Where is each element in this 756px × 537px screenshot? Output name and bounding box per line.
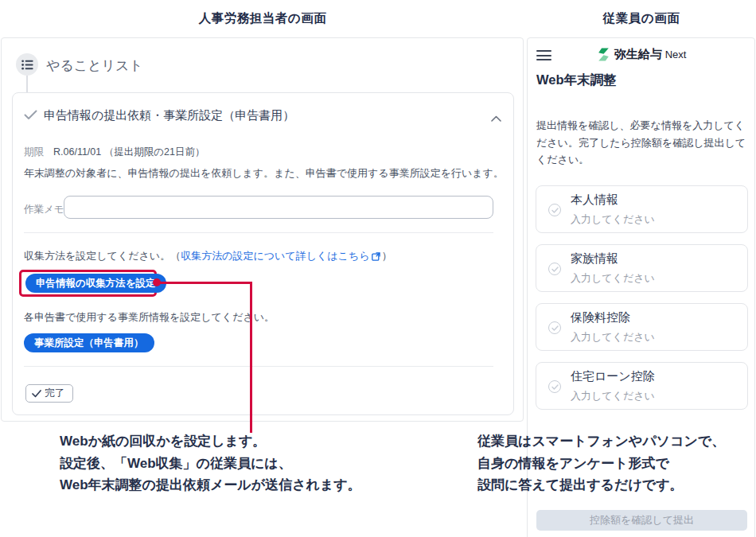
brand-logo: 弥生給与 Next (528, 47, 754, 62)
admin-annotation: Webか紙の回収かを設定します。 設定後、「Web収集」の従業員には、 Web年… (60, 430, 361, 496)
section-hokenryo-kojo[interactable]: 保険料控除 入力してください (536, 303, 748, 351)
yayoi-logo-icon (596, 47, 611, 62)
todo-list-icon (16, 53, 38, 76)
annotation-line: 従業員はスマートフォンやパソコンで、 (477, 430, 725, 453)
office-instruction: 各申告書で使用する事業所情報を設定してください。 (24, 310, 275, 325)
section-honnin-joho[interactable]: 本人情報 入力してください (536, 185, 748, 233)
section-kazoku-joho[interactable]: 家族情報 入力してください (536, 244, 748, 292)
status-check-icon (548, 204, 561, 216)
section-subtitle: 入力してください (571, 271, 655, 286)
section-title: 住宅ローン控除 (571, 369, 655, 384)
employee-description: 提出情報を確認し、必要な情報を入力してください。完了したら控除額を確認し提出して… (536, 117, 748, 169)
submit-deduction-button[interactable]: 控除額を確認して提出 (536, 510, 747, 531)
section-subtitle: 入力してください (571, 330, 655, 344)
status-check-icon (548, 321, 561, 334)
employee-panel-title: 従業員の画面 (527, 10, 756, 27)
status-check-icon (548, 263, 561, 275)
collection-text: 収集方法を設定してください。（ (24, 250, 181, 262)
task-check-icon (24, 109, 37, 123)
task-title: 申告情報の提出依頼・事業所設定（申告書用） (44, 108, 294, 123)
annotation-line: 設定後、「Web収集」の従業員には、 (60, 453, 361, 475)
task-description: 年末調整の対象者に、申告情報の提出を依頼します。また、申告書で使用する事業所設定… (24, 166, 504, 181)
section-subtitle: 入力してください (571, 389, 655, 403)
admin-panel-title: 人事労務担当者の画面 (0, 10, 525, 27)
deadline-value: R.06/11/01 （提出期限の21日前） (53, 146, 205, 159)
external-link-icon[interactable] (372, 251, 380, 263)
annotation-line: 自身の情報をアンケート形式で (477, 453, 725, 475)
section-subtitle: 入力してください (571, 212, 655, 227)
section-title: 保険料控除 (571, 310, 630, 325)
check-icon (32, 390, 41, 398)
memo-label: 作業メモ (24, 203, 64, 216)
done-button-label: 完了 (45, 387, 64, 400)
todo-list-heading: やることリスト (46, 56, 143, 75)
divider (24, 232, 493, 233)
section-jutaku-loan-kojo[interactable]: 住宅ローン控除 入力してください (536, 362, 748, 410)
annotation-line: Web年末調整の提出依頼メールが送信されます。 (60, 474, 361, 496)
deadline-label: 期限 (24, 146, 44, 159)
timeline-connector (26, 76, 28, 93)
annotation-line: 設問に答えて提出するだけです。 (477, 474, 725, 496)
collection-instruction: 収集方法を設定してください。（収集方法の設定について詳しくはこちら） (24, 249, 392, 263)
admin-todo-card: やることリスト 申告情報の提出依頼・事業所設定（申告書用） 期限 R.06/11… (1, 37, 524, 422)
annotation-line: Webか紙の回収かを設定します。 (60, 430, 361, 453)
callout-line-vertical (250, 282, 252, 433)
list-icon (21, 60, 33, 70)
memo-input[interactable] (64, 196, 493, 219)
collection-help-link[interactable]: 収集方法の設定について詳しくはこちら (181, 250, 369, 262)
set-collection-method-button[interactable]: 申告情報の収集方法を設定 (25, 274, 166, 293)
screenshot-stage: 人事労務担当者の画面 従業員の画面 やることリスト 申告情報の提出依頼・事業所設… (0, 0, 756, 537)
task-card: 申告情報の提出依頼・事業所設定（申告書用） 期限 R.06/11/01 （提出期… (12, 92, 514, 415)
brand-suffix: Next (665, 49, 687, 60)
section-title: 家族情報 (571, 251, 618, 267)
employee-annotation: 従業員はスマートフォンやパソコンで、 自身の情報をアンケート形式で 設問に答えて… (477, 430, 725, 496)
callout-line-horizontal (157, 282, 251, 284)
status-check-icon (548, 380, 561, 393)
chevron-up-icon[interactable] (491, 111, 501, 125)
done-button[interactable]: 完了 (25, 384, 73, 403)
collection-text-suffix: ） (382, 250, 392, 262)
brand-name: 弥生給与 (614, 47, 662, 62)
section-title: 本人情報 (571, 193, 618, 208)
web-nencho-heading: Web年末調整 (536, 72, 617, 89)
divider (24, 366, 493, 367)
office-settings-button[interactable]: 事業所設定（申告書用） (24, 333, 154, 352)
